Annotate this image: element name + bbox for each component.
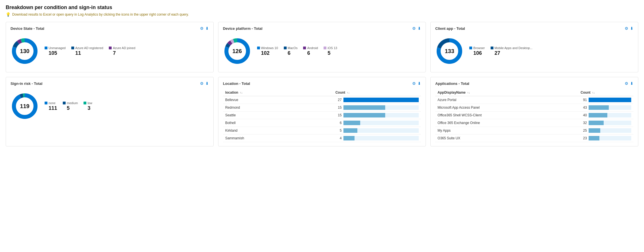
location-download-icon[interactable]: ⬇ (418, 81, 421, 86)
app-cell-count: 32 (578, 119, 633, 127)
applications-icons: ⚙ ⬇ (625, 81, 633, 86)
location-cell-name: Kirkland (223, 127, 333, 135)
legend-unmanaged: Unmanaged 105 (45, 46, 66, 56)
device-state-header: Device State - Total ⚙ ⬇ (11, 26, 209, 31)
location-cell-name: Seattle (223, 112, 333, 119)
location-cell-count: 15 (333, 104, 421, 112)
device-state-legend: Unmanaged 105 Azure AD registered 11 Azu… (45, 46, 135, 56)
client-app-download-icon[interactable]: ⬇ (630, 26, 633, 31)
location-table-header-row: location ↑↓ Count ↑↓ (223, 89, 421, 96)
location-sort-icon[interactable]: ↑↓ (240, 91, 243, 94)
signin-risk-legend: none 111 medium 5 low 3 (45, 101, 92, 111)
legend-browser-value: 106 (473, 50, 485, 56)
app-sort-icon[interactable]: ↑↓ (467, 91, 470, 94)
applications-table: AppDisplayName ↑↓ Count ↑↓ Azure Portal … (435, 89, 633, 142)
applications-card: Applications - Total ⚙ ⬇ AppDisplayName … (430, 77, 638, 146)
app-cell-name: O365 Suite UX (435, 135, 578, 142)
device-state-chart: 130 Unmanaged 105 Azure AD registered 11 (11, 34, 209, 68)
device-state-upload-icon[interactable]: ⚙ (200, 26, 204, 31)
legend-medium: medium 5 (63, 101, 78, 111)
location-cell-name: Redmond (223, 104, 333, 112)
app-cell-count: 40 (578, 112, 633, 119)
location-cell-name: Bothell (223, 119, 333, 127)
device-state-download-icon[interactable]: ⬇ (205, 26, 209, 31)
legend-android-label: Android (307, 46, 318, 50)
applications-header-row: AppDisplayName ↑↓ Count ↑↓ (435, 89, 633, 96)
location-cell-count: 4 (333, 135, 421, 142)
device-platform-upload-icon[interactable]: ⚙ (412, 26, 416, 31)
legend-none-value: 111 (49, 105, 57, 111)
signin-risk-donut: 119 (11, 92, 39, 120)
device-platform-title: Device platform - Total (223, 26, 262, 31)
client-app-card: Client app - Total ⚙ ⬇ 133 (430, 22, 638, 72)
device-platform-download-icon[interactable]: ⬇ (418, 26, 421, 31)
app-cell-count: 91 (578, 96, 633, 104)
legend-macos-label: MacOs (288, 46, 298, 50)
applications-header: Applications - Total ⚙ ⬇ (435, 81, 633, 86)
info-text: Download results to Excel or open query … (12, 12, 189, 16)
signin-risk-card: Sign-in risk - Total ⚙ ⬇ 119 (6, 77, 214, 146)
location-header: Location - Total ⚙ ⬇ (223, 81, 421, 86)
app-cell-name: Azure Portal (435, 96, 578, 104)
legend-unmanaged-label: Unmanaged (49, 46, 66, 50)
device-platform-legend: Windows 10 102 MacOs 6 Android (257, 46, 337, 56)
legend-joined-value: 7 (113, 50, 135, 56)
client-app-chart: 133 Browser 106 Mobile Apps and Desktop.… (435, 34, 633, 68)
signin-risk-download-icon[interactable]: ⬇ (205, 81, 209, 86)
legend-unmanaged-value: 105 (49, 50, 66, 56)
device-state-donut: 130 (11, 37, 39, 65)
legend-mobile: Mobile Apps and Desktop... 27 (491, 46, 533, 56)
page-title: Breakdown per condition and sign-in stat… (6, 5, 638, 10)
applications-download-icon[interactable]: ⬇ (630, 81, 633, 86)
signin-risk-icons: ⚙ ⬇ (200, 81, 209, 86)
applications-upload-icon[interactable]: ⚙ (625, 81, 628, 86)
legend-browser-label: Browser (473, 46, 485, 50)
legend-mobile-label: Mobile Apps and Desktop... (495, 46, 533, 50)
application-row: Azure Portal 91 (435, 96, 633, 104)
app-col-count[interactable]: Count ↑↓ (578, 89, 633, 96)
app-cell-count: 23 (578, 135, 633, 142)
location-upload-icon[interactable]: ⚙ (412, 81, 416, 86)
legend-ios13: iOS 13 5 (324, 46, 337, 56)
app-cell-name: Office 365 Exchange Online (435, 119, 578, 127)
location-row: Bellevue 27 (223, 96, 421, 104)
legend-windows10: Windows 10 102 (257, 46, 278, 56)
location-row: Sammamish 4 (223, 135, 421, 142)
client-app-upload-icon[interactable]: ⚙ (625, 26, 628, 31)
applications-title: Applications - Total (435, 81, 469, 86)
legend-low-value: 3 (87, 105, 92, 111)
location-count-sort-icon[interactable]: ↑↓ (347, 91, 350, 94)
info-bar: 💡 Download results to Excel or open quer… (6, 12, 638, 17)
dashboard-grid: Device State - Total ⚙ ⬇ (6, 22, 638, 146)
legend-medium-value: 5 (67, 105, 78, 111)
app-col-name[interactable]: AppDisplayName ↑↓ (435, 89, 578, 96)
app-cell-name: Office365 Shell WCSS-Client (435, 112, 578, 119)
application-row: Office365 Shell WCSS-Client 40 (435, 112, 633, 119)
applications-table-wrapper: AppDisplayName ↑↓ Count ↑↓ Azure Portal … (435, 89, 633, 142)
app-cell-count: 43 (578, 104, 633, 112)
legend-medium-label: medium (67, 101, 78, 105)
application-row: O365 Suite UX 23 (435, 135, 633, 142)
location-col-count[interactable]: Count ↑↓ (333, 89, 421, 96)
legend-low: low 3 (84, 101, 92, 111)
legend-registered: Azure AD registered 11 (71, 46, 103, 56)
app-cell-name: My Apps (435, 127, 578, 135)
device-state-total: 130 (20, 48, 29, 54)
legend-windows10-value: 102 (261, 50, 278, 56)
location-cell-count: 27 (333, 96, 421, 104)
location-col-location[interactable]: location ↑↓ (223, 89, 333, 96)
client-app-donut: 133 (435, 37, 464, 65)
location-cell-count: 15 (333, 112, 421, 119)
client-app-title: Client app - Total (435, 26, 465, 31)
app-count-sort-icon[interactable]: ↑↓ (592, 91, 595, 94)
legend-none: none 111 (45, 101, 57, 111)
location-cell-count: 6 (333, 119, 421, 127)
client-app-header: Client app - Total ⚙ ⬇ (435, 26, 633, 31)
legend-ios13-label: iOS 13 (328, 46, 337, 50)
legend-joined: Azure AD joined 7 (109, 46, 135, 56)
signin-risk-upload-icon[interactable]: ⚙ (200, 81, 204, 86)
location-row: Seattle 15 (223, 112, 421, 119)
location-cell-name: Bellevue (223, 96, 333, 104)
client-app-icons: ⚙ ⬇ (625, 26, 633, 31)
client-app-legend: Browser 106 Mobile Apps and Desktop... 2… (469, 46, 532, 56)
